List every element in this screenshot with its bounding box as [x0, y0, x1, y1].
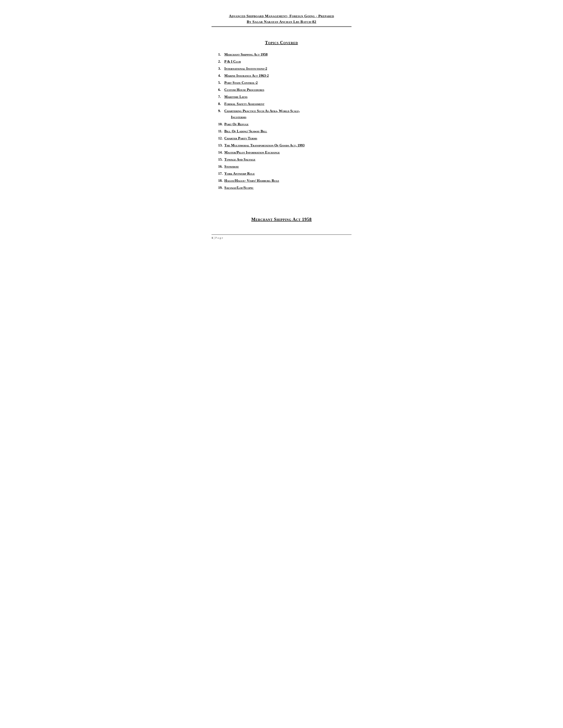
topic-text: Chartering Practice Such As Afra, World … [224, 109, 300, 113]
list-item: 8.Formal Safety Assessment [218, 101, 352, 107]
list-item: 10.Port Of Refuge [218, 122, 352, 127]
item-number: 12. [218, 136, 224, 141]
item-number: 9. [218, 108, 224, 114]
header-title: Advanced Shipboard Management- Foreign G… [211, 13, 352, 24]
item-number: 4. [218, 73, 224, 78]
item-number: 19. [218, 185, 224, 190]
item-number: 16. [218, 164, 224, 169]
item-number: 8. [218, 101, 224, 107]
item-number: 1. [218, 52, 224, 57]
topic-text: Custom House Procedures [224, 88, 264, 92]
topic-text: Salvage/Lof/Scopic [224, 186, 254, 190]
list-item: 16.Stowaway [218, 164, 352, 169]
topic-text: Maritime Liens [224, 95, 247, 99]
topic-text: Marine Insurance Act 1963-2 [224, 74, 269, 77]
item-number: 2. [218, 59, 224, 64]
item-number: 10. [218, 122, 224, 127]
item-number: 13. [218, 143, 224, 148]
topic-text: Formal Safety Assessment [224, 102, 264, 106]
topic-text: Charter Party Terms [224, 136, 257, 140]
footer-page-label: P a g e [215, 236, 223, 240]
item-number: 17. [218, 171, 224, 176]
topics-list: 1.Merchant Shipping Act 19582.P & I Club… [211, 52, 352, 190]
merchant-shipping-section: Merchant Shipping Act 1958 [211, 217, 352, 222]
item-number: 15. [218, 157, 224, 162]
topic-text: The Multimodal Transportation Of Goods A… [224, 143, 305, 147]
list-item: 18.Hague/Hague- Visby/ Hamburg Rule [218, 178, 352, 183]
topic-text: Towage And Salvage [224, 158, 255, 161]
footer-page-number: 1 [211, 236, 213, 240]
topics-heading: Topics Covered [265, 40, 298, 45]
list-item: 11.Bill Of Lading/ Seaway Bill [218, 129, 352, 134]
topic-text-sub: Incoterms [231, 115, 246, 119]
topic-text: Hague/Hague- Visby/ Hamburg Rule [224, 179, 279, 182]
list-item: 17.York Antwerp Rule [218, 171, 352, 176]
item-number: 3. [218, 66, 224, 71]
header-section: Advanced Shipboard Management- Foreign G… [211, 13, 352, 27]
topic-text: Bill Of Lading/ Seaway Bill [224, 129, 267, 133]
list-item: 19.Salvage/Lof/Scopic [218, 185, 352, 190]
list-item: 14.Master/Pilot Information Exchange [218, 150, 352, 155]
list-item: 9.Chartering Practice Such As Afra, Worl… [218, 108, 352, 114]
list-item-sub: Incoterms [218, 114, 352, 120]
footer-separator: | [214, 236, 214, 240]
header-line1: Advanced Shipboard Management- Foreign G… [211, 13, 352, 19]
list-item: 15.Towage And Salvage [218, 157, 352, 162]
item-number: 5. [218, 80, 224, 85]
list-item: 6.Custom House Procedures [218, 87, 352, 92]
list-item: 12.Charter Party Terms [218, 136, 352, 141]
topic-text: Merchant Shipping Act 1958 [224, 53, 267, 56]
list-item: 7.Maritime Liens [218, 94, 352, 99]
topic-text: P & I Club [224, 60, 241, 63]
item-number: 11. [218, 129, 224, 134]
topic-text: York Antwerp Rule [224, 172, 255, 175]
list-item: 13.The Multimodal Transportation Of Good… [218, 143, 352, 148]
list-item: 4.Marine Insurance Act 1963-2 [218, 73, 352, 78]
list-item: 1.Merchant Shipping Act 1958 [218, 52, 352, 57]
item-number: 7. [218, 94, 224, 99]
footer-text: 1 | P a g e [211, 236, 352, 240]
footer-section: 1 | P a g e [211, 235, 352, 240]
list-item: 3.International Institutions-2 [218, 66, 352, 71]
topic-text: Master/Pilot Information Exchange [224, 150, 280, 154]
topic-text: International Institutions-2 [224, 67, 267, 70]
header-line2: By Sagar Narayan Anchan Lbs Batch-82 [211, 19, 352, 25]
topic-text: Stowaway [224, 165, 239, 168]
topic-text: Port Of Refuge [224, 122, 248, 126]
item-number: 14. [218, 150, 224, 155]
topic-text: Port State Control-2 [224, 81, 258, 84]
item-number: 18. [218, 178, 224, 183]
merchant-shipping-heading: Merchant Shipping Act 1958 [251, 217, 312, 222]
topics-section: Topics Covered [211, 40, 352, 45]
item-number: 6. [218, 87, 224, 92]
list-item: 2.P & I Club [218, 59, 352, 64]
list-item: 5.Port State Control-2 [218, 80, 352, 85]
